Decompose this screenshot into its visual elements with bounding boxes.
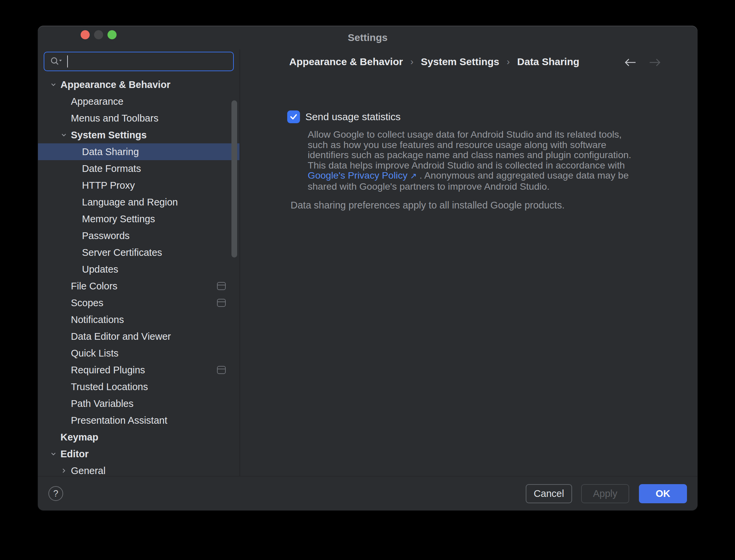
search-icon bbox=[50, 56, 62, 67]
title-bar: Settings bbox=[38, 26, 697, 49]
sidebar-item-server-certificates[interactable]: Server Certificates bbox=[38, 244, 240, 261]
table-settings-icon bbox=[217, 366, 226, 374]
sidebar-item-label: Data Editor and Viewer bbox=[71, 331, 171, 342]
window-title: Settings bbox=[38, 26, 697, 49]
table-settings-icon bbox=[217, 299, 226, 307]
sidebar-item-label: Language and Region bbox=[82, 197, 178, 208]
sidebar-item-label: Data Sharing bbox=[82, 146, 139, 157]
sidebar-item-editor[interactable]: Editor bbox=[38, 446, 240, 462]
back-arrow-button[interactable] bbox=[623, 57, 638, 68]
sidebar-item-label: Quick Lists bbox=[71, 348, 119, 359]
breadcrumb-separator: › bbox=[410, 56, 413, 67]
settings-tree: Appearance & BehaviorAppearanceMenus and… bbox=[38, 76, 240, 476]
sidebar-item-path-variables[interactable]: Path Variables bbox=[38, 395, 240, 412]
sidebar-item-menus-and-toolbars[interactable]: Menus and Toolbars bbox=[38, 110, 240, 127]
help-button[interactable]: ? bbox=[48, 486, 63, 501]
sidebar-item-required-plugins[interactable]: Required Plugins bbox=[38, 362, 240, 378]
text-caret bbox=[67, 55, 68, 67]
sidebar-item-language-and-region[interactable]: Language and Region bbox=[38, 194, 240, 211]
sidebar-item-passwords[interactable]: Passwords bbox=[38, 227, 240, 244]
sidebar-item-label: General bbox=[71, 465, 105, 476]
send-usage-statistics-checkbox[interactable] bbox=[287, 110, 300, 123]
sidebar-item-label: HTTP Proxy bbox=[82, 180, 135, 191]
forward-arrow-button[interactable] bbox=[648, 57, 662, 68]
settings-content: Appearance & Behavior›System Settings›Da… bbox=[240, 49, 697, 476]
sidebar-item-http-proxy[interactable]: HTTP Proxy bbox=[38, 177, 240, 194]
data-sharing-note: Data sharing preferences apply to all in… bbox=[291, 200, 565, 211]
sidebar-item-label: Passwords bbox=[82, 230, 130, 241]
sidebar-item-notifications[interactable]: Notifications bbox=[38, 311, 240, 328]
breadcrumb-separator: › bbox=[507, 56, 510, 67]
sidebar-item-scopes[interactable]: Scopes bbox=[38, 294, 240, 311]
sidebar-item-label: Memory Settings bbox=[82, 214, 155, 225]
sidebar-item-label: Presentation Assistant bbox=[71, 415, 167, 426]
sidebar-item-label: Appearance & Behavior bbox=[60, 79, 170, 90]
external-link-icon: ↗ bbox=[410, 171, 417, 180]
sidebar-item-file-colors[interactable]: File Colors bbox=[38, 278, 240, 294]
sidebar-item-data-editor-and-viewer[interactable]: Data Editor and Viewer bbox=[38, 328, 240, 345]
usage-statistics-description: Allow Google to collect usage data for A… bbox=[308, 129, 642, 192]
ok-button[interactable]: OK bbox=[639, 484, 687, 503]
breadcrumb-item[interactable]: Data Sharing bbox=[517, 56, 579, 67]
sidebar-item-label: Editor bbox=[60, 449, 89, 460]
settings-sidebar: Appearance & BehaviorAppearanceMenus and… bbox=[38, 49, 240, 476]
breadcrumb-item[interactable]: Appearance & Behavior bbox=[289, 56, 403, 67]
sidebar-item-label: Updates bbox=[82, 264, 118, 275]
sidebar-item-appearance[interactable]: Appearance bbox=[38, 93, 240, 110]
settings-window: Settings Appearance & BehaviorAppearance… bbox=[38, 26, 697, 510]
sidebar-item-updates[interactable]: Updates bbox=[38, 261, 240, 278]
sidebar-scrollbar[interactable] bbox=[231, 100, 237, 258]
search-input[interactable] bbox=[44, 52, 234, 71]
sidebar-item-trusted-locations[interactable]: Trusted Locations bbox=[38, 378, 240, 395]
description-text: Allow Google to collect usage data for A… bbox=[308, 129, 631, 171]
chevron-right-icon[interactable] bbox=[60, 467, 68, 474]
privacy-policy-link[interactable]: Google's Privacy Policy bbox=[308, 170, 407, 181]
sidebar-item-memory-settings[interactable]: Memory Settings bbox=[38, 211, 240, 227]
sidebar-item-label: Appearance bbox=[71, 96, 123, 107]
breadcrumb-item[interactable]: System Settings bbox=[421, 56, 499, 67]
sidebar-item-keymap[interactable]: Keymap bbox=[38, 429, 240, 446]
apply-button[interactable]: Apply bbox=[581, 484, 629, 503]
sidebar-item-label: System Settings bbox=[71, 130, 147, 141]
cancel-button[interactable]: Cancel bbox=[526, 484, 572, 503]
sidebar-item-label: Required Plugins bbox=[71, 365, 145, 376]
checkbox-label[interactable]: Send usage statistics bbox=[305, 111, 401, 123]
sidebar-item-data-sharing[interactable]: Data Sharing bbox=[38, 143, 240, 160]
sidebar-item-label: Trusted Locations bbox=[71, 381, 148, 392]
table-settings-icon bbox=[217, 282, 226, 290]
sidebar-item-label: Scopes bbox=[71, 297, 103, 309]
sidebar-item-presentation-assistant[interactable]: Presentation Assistant bbox=[38, 412, 240, 429]
footer-bar: ? Cancel Apply OK bbox=[38, 476, 697, 510]
sidebar-item-quick-lists[interactable]: Quick Lists bbox=[38, 345, 240, 362]
sidebar-item-label: Menus and Toolbars bbox=[71, 113, 159, 124]
sidebar-item-appearance-behavior[interactable]: Appearance & Behavior bbox=[38, 76, 240, 93]
checkmark-icon bbox=[289, 112, 298, 122]
sidebar-item-label: Date Formats bbox=[82, 163, 141, 174]
chevron-down-icon[interactable] bbox=[50, 450, 57, 458]
sidebar-item-label: Path Variables bbox=[71, 398, 133, 409]
sidebar-item-label: File Colors bbox=[71, 281, 118, 292]
chevron-down-icon[interactable] bbox=[50, 81, 57, 88]
sidebar-item-general[interactable]: General bbox=[38, 462, 240, 476]
sidebar-item-label: Notifications bbox=[71, 314, 124, 325]
sidebar-item-system-settings[interactable]: System Settings bbox=[38, 127, 240, 143]
chevron-down-icon bbox=[59, 60, 62, 61]
sidebar-item-label: Keymap bbox=[60, 432, 98, 443]
sidebar-item-label: Server Certificates bbox=[82, 247, 162, 258]
breadcrumb: Appearance & Behavior›System Settings›Da… bbox=[289, 56, 579, 67]
sidebar-item-date-formats[interactable]: Date Formats bbox=[38, 160, 240, 177]
chevron-down-icon[interactable] bbox=[60, 131, 68, 139]
